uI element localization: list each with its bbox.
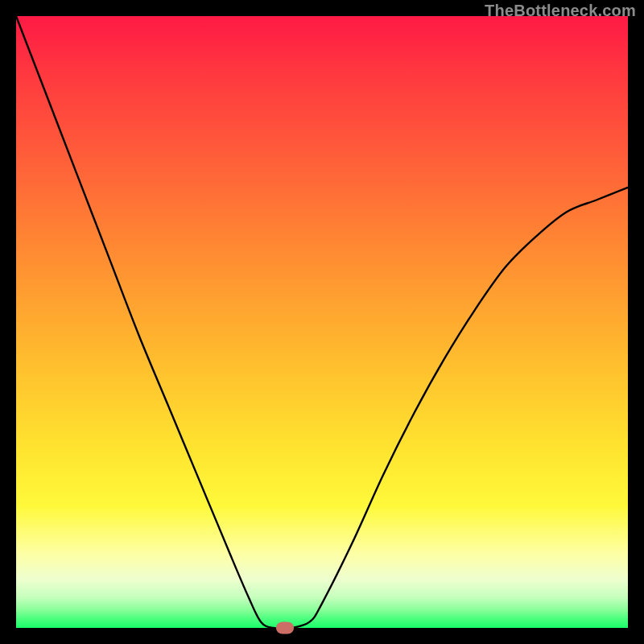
optimal-point-marker bbox=[276, 622, 294, 634]
bottleneck-curve bbox=[16, 16, 628, 629]
chart-frame: TheBottleneck.com bbox=[0, 0, 644, 644]
plot-area bbox=[16, 16, 628, 628]
curve-svg bbox=[16, 16, 628, 628]
